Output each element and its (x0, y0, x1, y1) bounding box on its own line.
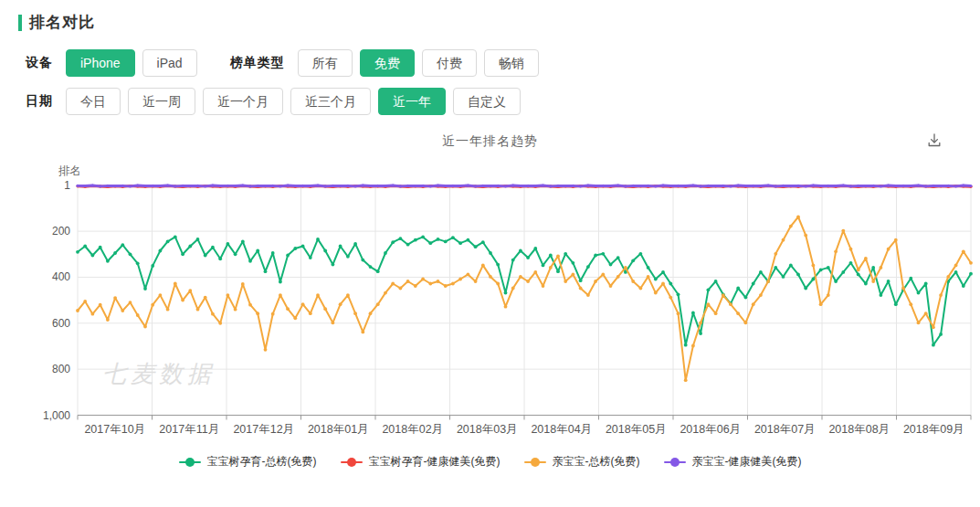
filter-option-date-last-year[interactable]: 近一年 (378, 88, 446, 115)
filter-option-date-last-week[interactable]: 近一周 (128, 88, 195, 115)
page-title: 排名对比 (29, 12, 95, 33)
legend-label: 宝宝树孕育-健康健美(免费) (369, 454, 501, 470)
x-tick-label: 2018年07月 (754, 423, 816, 435)
date-filter-label: 日期 (26, 93, 53, 110)
board-type-filter-group: 所有免费付费畅销 (298, 49, 546, 77)
legend-marker-babytree-total (179, 458, 201, 467)
filter-option-board_type-all[interactable]: 所有 (298, 49, 353, 77)
x-tick-label: 2018年04月 (531, 423, 592, 435)
x-tick-label: 2018年01月 (308, 423, 369, 435)
device-filter-group: iPhoneiPad (66, 49, 205, 77)
x-tick-label: 2018年02月 (382, 423, 443, 435)
x-tick-label: 2017年12月 (233, 423, 294, 435)
board-type-filter-label: 榜单类型 (230, 55, 285, 71)
chart-legend: 宝宝树孕育-总榜(免费)宝宝树孕育-健康健美(免费)亲宝宝-总榜(免费)亲宝宝-… (0, 454, 980, 470)
legend-item-qinbaobao-health[interactable]: 亲宝宝-健康健美(免费) (664, 454, 802, 470)
x-tick-label: 2017年11月 (159, 423, 219, 435)
x-tick-label: 2018年03月 (457, 423, 518, 435)
y-tick-label: 1 (64, 179, 70, 192)
y-axis-name: 排名 (58, 164, 81, 177)
filter-option-date-custom[interactable]: 自定义 (453, 88, 521, 115)
filter-row-date: 日期 今日近一周近一个月近三个月近一年自定义 (26, 88, 528, 115)
rank-trend-chart[interactable]: 12004006008001,0002017年10月2017年11月2017年1… (0, 160, 980, 434)
chart-header: 近一年排名趋势 (0, 133, 980, 153)
chart-title: 近一年排名趋势 (0, 133, 980, 150)
legend-item-babytree-health[interactable]: 宝宝树孕育-健康健美(免费) (341, 454, 501, 470)
legend-label: 亲宝宝-健康健美(免费) (692, 454, 802, 470)
filter-option-date-last-3-months[interactable]: 近三个月 (290, 88, 371, 115)
x-tick-label: 2017年10月 (84, 423, 145, 435)
download-arrow-glyph (925, 132, 943, 150)
legend-marker-qinbaobao-total (524, 458, 546, 467)
device-filter-label: 设备 (26, 55, 53, 71)
filter-option-device-iphone[interactable]: iPhone (66, 49, 135, 77)
filter-option-board_type-paid[interactable]: 付费 (422, 49, 477, 77)
filter-option-device-ipad[interactable]: iPad (142, 49, 197, 77)
date-filter-group: 今日近一周近一个月近三个月近一年自定义 (66, 88, 528, 115)
filter-option-date-last-month[interactable]: 近一个月 (203, 88, 283, 115)
x-tick-label: 2018年08月 (828, 423, 890, 435)
x-tick-label: 2018年06月 (680, 423, 741, 435)
rank-compare-panel: 排名对比 设备 iPhoneiPad 榜单类型 所有免费付费畅销 日期 今日近一… (0, 0, 980, 507)
filter-option-date-today[interactable]: 今日 (66, 88, 121, 115)
legend-marker-babytree-health (341, 458, 363, 467)
chart-canvas: 12004006008001,0002017年10月2017年11月2017年1… (0, 160, 980, 434)
filter-option-board_type-free[interactable]: 免费 (360, 49, 415, 77)
download-icon[interactable] (924, 132, 944, 152)
title-accent-bar (18, 15, 22, 31)
legend-label: 亲宝宝-总榜(免费) (553, 454, 640, 470)
legend-label: 宝宝树孕育-总榜(免费) (207, 454, 317, 470)
y-tick-label: 800 (52, 363, 70, 375)
filter-option-board_type-grossing[interactable]: 畅销 (484, 49, 539, 77)
y-tick-label: 1,000 (43, 409, 70, 422)
section-title: 排名对比 (18, 12, 95, 33)
legend-marker-qinbaobao-health (664, 458, 686, 467)
y-tick-label: 400 (52, 270, 70, 283)
y-tick-label: 600 (52, 317, 70, 330)
legend-item-babytree-total[interactable]: 宝宝树孕育-总榜(免费) (179, 454, 317, 470)
x-tick-label: 2018年05月 (606, 423, 667, 435)
filter-row-device-type: 设备 iPhoneiPad 榜单类型 所有免费付费畅销 (26, 49, 546, 77)
x-tick-label: 2018年09月 (903, 423, 964, 435)
watermark: 七麦数据 (102, 360, 216, 387)
y-tick-label: 200 (52, 225, 70, 238)
legend-item-qinbaobao-total[interactable]: 亲宝宝-总榜(免费) (524, 454, 640, 470)
